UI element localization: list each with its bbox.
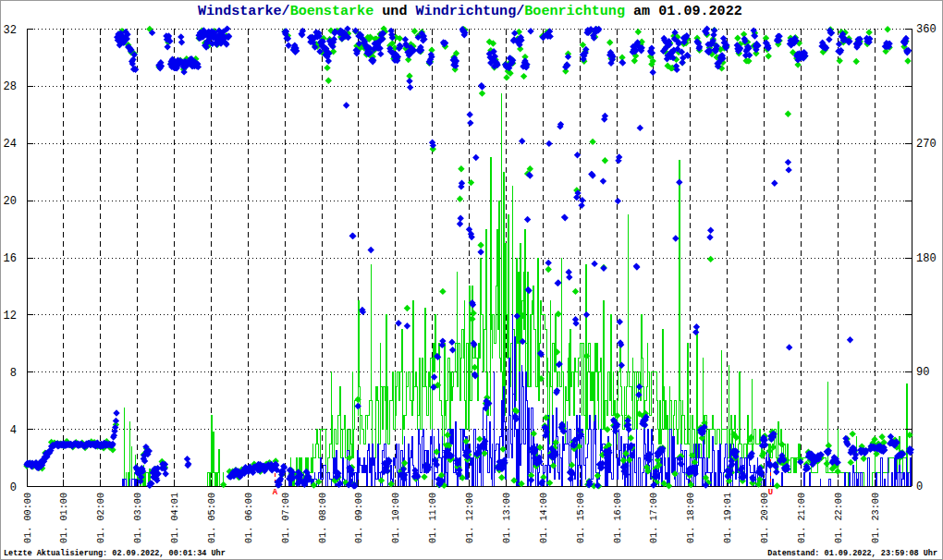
svg-text:Windstarke/Boenstarke und Wind: Windstarke/Boenstarke und Windrichtung/B… — [198, 3, 742, 19]
svg-text:01. 23:00: 01. 23:00 — [871, 493, 881, 543]
svg-text:01. 16:00: 01. 16:00 — [613, 493, 623, 543]
svg-text:24: 24 — [4, 138, 17, 151]
svg-text:4: 4 — [10, 424, 17, 437]
svg-text:32: 32 — [4, 24, 17, 37]
svg-text:01. 02:00: 01. 02:00 — [96, 493, 106, 543]
svg-text:01. 22:00: 01. 22:00 — [834, 493, 844, 543]
svg-text:Datenstand: 01.09.2022, 23:59:: Datenstand: 01.09.2022, 23:59:08 Uhr — [767, 549, 937, 558]
svg-text:01. 10:00: 01. 10:00 — [391, 493, 401, 543]
svg-text:01. 14:00: 01. 14:00 — [539, 493, 549, 543]
svg-text:01. 05:00: 01. 05:00 — [207, 493, 217, 543]
svg-text:A: A — [273, 488, 278, 497]
svg-text:01. 00:00: 01. 00:00 — [23, 493, 33, 543]
svg-text:01. 19:01: 01. 19:01 — [723, 493, 733, 543]
svg-text:01. 04:01: 01. 04:01 — [170, 493, 180, 543]
svg-text:20: 20 — [4, 195, 17, 208]
svg-text:U: U — [768, 488, 773, 497]
svg-text:Letzte Aktualisierung: 02.09.2: Letzte Aktualisierung: 02.09.2022, 00:01… — [4, 549, 226, 558]
svg-text:360: 360 — [916, 23, 937, 36]
svg-text:270: 270 — [916, 138, 937, 151]
svg-text:01. 17:00: 01. 17:00 — [649, 493, 659, 543]
svg-text:01. 07:00: 01. 07:00 — [281, 493, 291, 543]
svg-text:01. 09:00: 01. 09:00 — [354, 493, 364, 543]
svg-text:01. 11:00: 01. 11:00 — [428, 493, 438, 543]
svg-text:8: 8 — [10, 367, 17, 380]
svg-text:90: 90 — [916, 366, 929, 379]
svg-text:01. 03:00: 01. 03:00 — [133, 493, 143, 543]
svg-text:0: 0 — [916, 481, 923, 493]
svg-text:180: 180 — [916, 252, 937, 265]
svg-text:01. 12:00: 01. 12:00 — [465, 493, 475, 543]
svg-text:12: 12 — [4, 310, 17, 323]
svg-text:01. 21:00: 01. 21:00 — [797, 493, 807, 543]
svg-text:01. 13:00: 01. 13:00 — [502, 493, 512, 543]
svg-text:01. 18:00: 01. 18:00 — [686, 493, 696, 543]
svg-text:01. 06:00: 01. 06:00 — [244, 493, 254, 543]
svg-text:01. 20:00: 01. 20:00 — [760, 493, 770, 543]
svg-text:16: 16 — [4, 252, 17, 265]
svg-text:28: 28 — [4, 80, 17, 93]
svg-text:01. 01:00: 01. 01:00 — [59, 493, 69, 543]
svg-text:01. 08:00: 01. 08:00 — [318, 493, 328, 543]
svg-text:01. 15:00: 01. 15:00 — [576, 493, 586, 543]
svg-text:0: 0 — [10, 481, 17, 494]
